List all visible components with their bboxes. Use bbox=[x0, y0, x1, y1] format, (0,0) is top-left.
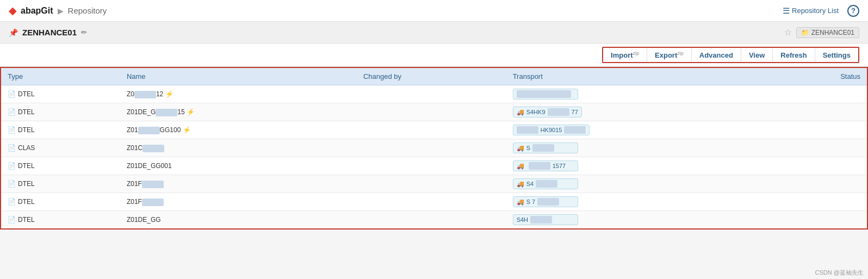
cell-changed-by bbox=[357, 139, 506, 157]
cell-changed-by bbox=[357, 175, 506, 193]
cell-changed-by bbox=[357, 157, 506, 175]
cell-name[interactable]: Z01DE_G 15 ⚡ bbox=[120, 103, 357, 121]
breadcrumb-page: Repository bbox=[68, 6, 107, 15]
file-icon: 📄 bbox=[8, 198, 16, 206]
table-row: 📄DTELZ01DE_GG S4H bbox=[1, 211, 867, 230]
top-navigation: ◆ abapGit ▶ Repository ☰ Repository List… bbox=[0, 0, 868, 22]
table-row: 📄DTELZ0 12 ⚡ bbox=[1, 85, 867, 103]
repo-badge: 📁 ZENHANCE01 bbox=[796, 27, 859, 38]
cell-changed-by bbox=[357, 193, 506, 211]
star-icon[interactable]: ☆ bbox=[784, 27, 792, 38]
name-suffix: 15 bbox=[177, 108, 184, 116]
col-header-name: Name bbox=[120, 67, 357, 85]
col-header-transport: Transport bbox=[506, 67, 770, 85]
name-blurred bbox=[156, 109, 177, 116]
name-prefix: Z01F bbox=[127, 180, 142, 188]
name-blurred bbox=[142, 181, 164, 188]
main-content: Type Name Changed by Transport Status 📄D… bbox=[0, 67, 868, 230]
cell-name[interactable]: Z01F bbox=[120, 175, 357, 193]
repository-list-label: Repository List bbox=[792, 7, 839, 15]
cell-name[interactable]: Z0 12 ⚡ bbox=[120, 85, 357, 103]
cell-changed-by bbox=[357, 85, 506, 103]
cell-changed-by bbox=[357, 103, 506, 121]
settings-button[interactable]: Settings bbox=[815, 48, 858, 62]
name-suffix: 12 bbox=[156, 90, 163, 98]
cell-changed-by bbox=[357, 121, 506, 139]
toolbar: Importzip Exportzip Advanced View Refres… bbox=[0, 44, 868, 67]
transport-blurred bbox=[517, 126, 538, 134]
table-row: 📄DTELZ01F 🚚 S 7 bbox=[1, 193, 867, 211]
cell-type: 📄DTEL bbox=[1, 211, 120, 230]
top-nav-left: ◆ abapGit ▶ Repository bbox=[9, 5, 783, 17]
transport-prefix: S4 bbox=[526, 181, 534, 187]
transport-blurred bbox=[537, 198, 559, 206]
cell-name[interactable]: Z01 GG100 ⚡ bbox=[120, 121, 357, 139]
table-row: 📄DTELZ01DE_GG001🚚 1577 bbox=[1, 157, 867, 175]
truck-icon: 🚚 bbox=[517, 163, 524, 170]
name-blurred bbox=[138, 127, 160, 134]
name-blurred bbox=[134, 91, 156, 98]
cell-type: 📄DTEL bbox=[1, 121, 120, 139]
cell-name[interactable]: Z01F bbox=[120, 193, 357, 211]
cell-transport: S4H bbox=[506, 211, 770, 230]
lightning-icon: ⚡ bbox=[187, 108, 195, 116]
name-suffix: GG100 bbox=[160, 126, 181, 134]
cell-status bbox=[769, 211, 867, 230]
name-prefix: Z01DE_GG bbox=[127, 216, 161, 224]
cell-status bbox=[769, 139, 867, 157]
export-button[interactable]: Exportzip bbox=[647, 48, 692, 62]
transport-badge: HK9015 bbox=[513, 125, 590, 135]
help-button[interactable]: ? bbox=[847, 5, 859, 17]
edit-icon[interactable]: ✏ bbox=[81, 28, 87, 36]
refresh-button[interactable]: Refresh bbox=[773, 48, 815, 62]
table-row: 📄CLASZ01C 🚚 S bbox=[1, 139, 867, 157]
cell-changed-by bbox=[357, 211, 506, 230]
transport-badge: 🚚 1577 bbox=[513, 160, 578, 171]
table-row: 📄DTELZ01 GG100 ⚡ HK9015 bbox=[1, 121, 867, 139]
cell-status bbox=[769, 85, 867, 103]
truck-icon: 🚚 bbox=[517, 199, 524, 206]
cell-name[interactable]: Z01C bbox=[120, 139, 357, 157]
cell-type: 📄DTEL bbox=[1, 85, 120, 103]
cell-transport: 🚚 S 7 bbox=[506, 193, 770, 211]
cell-status bbox=[769, 193, 867, 211]
file-icon: 📄 bbox=[8, 126, 16, 134]
advanced-button[interactable]: Advanced bbox=[692, 48, 741, 62]
cell-transport bbox=[506, 85, 770, 103]
table-body: 📄DTELZ0 12 ⚡ 📄DTELZ01DE_G 15 ⚡🚚 S4HK9 77… bbox=[1, 85, 867, 230]
repository-table: Type Name Changed by Transport Status 📄D… bbox=[0, 67, 868, 230]
truck-icon: 🚚 bbox=[517, 145, 524, 152]
lightning-icon: ⚡ bbox=[183, 126, 191, 134]
file-icon: 📄 bbox=[8, 216, 16, 224]
cell-name[interactable]: Z01DE_GG001 bbox=[120, 157, 357, 175]
toolbar-buttons: Importzip Exportzip Advanced View Refres… bbox=[602, 47, 859, 63]
cell-type: 📄DTEL bbox=[1, 157, 120, 175]
file-icon: 📄 bbox=[8, 90, 16, 98]
cell-status bbox=[769, 175, 867, 193]
cell-type: 📄DTEL bbox=[1, 175, 120, 193]
pin-icon: 📌 bbox=[9, 28, 18, 37]
file-icon: 📄 bbox=[8, 180, 16, 188]
name-blurred bbox=[142, 199, 164, 206]
transport-blurred bbox=[536, 180, 557, 188]
cell-status bbox=[769, 121, 867, 139]
badge-label: ZENHANCE01 bbox=[811, 29, 854, 36]
repo-header-right: ☆ 📁 ZENHANCE01 bbox=[784, 27, 859, 38]
breadcrumb-arrow-icon: ▶ bbox=[58, 7, 64, 15]
repository-list-link[interactable]: ☰ Repository List bbox=[783, 6, 839, 16]
repo-header-left: 📌 ZENHANCE01 ✏ bbox=[9, 28, 784, 37]
transport-prefix: S 7 bbox=[526, 199, 536, 205]
table-header: Type Name Changed by Transport Status bbox=[1, 67, 867, 85]
cell-name[interactable]: Z01DE_GG bbox=[120, 211, 357, 230]
truck-icon: 🚚 bbox=[517, 109, 524, 116]
view-button[interactable]: View bbox=[741, 48, 773, 62]
name-prefix: Z01DE_G bbox=[127, 108, 156, 116]
name-prefix: Z01 bbox=[127, 126, 138, 134]
transport-blurred bbox=[530, 216, 552, 224]
transport-prefix: S4HK9 bbox=[526, 109, 545, 115]
col-header-type: Type bbox=[1, 67, 120, 85]
import-button[interactable]: Importzip bbox=[603, 48, 647, 62]
cell-type: 📄DTEL bbox=[1, 193, 120, 211]
transport-badge bbox=[513, 89, 578, 100]
name-blurred bbox=[142, 145, 164, 152]
